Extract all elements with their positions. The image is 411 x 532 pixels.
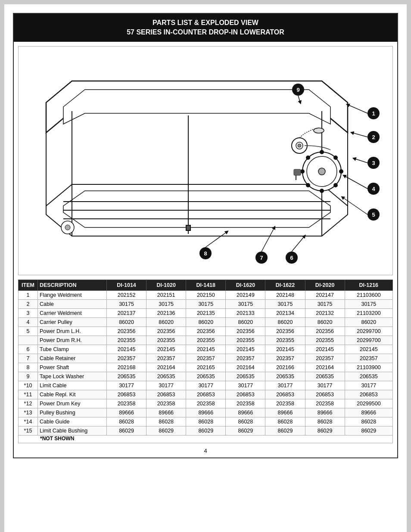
- part-number-cell: 206535: [265, 372, 305, 381]
- part-number-cell: 89666: [265, 408, 305, 417]
- part-number-cell: 21103900: [345, 363, 392, 372]
- col-header-di1014: DI-1014: [107, 280, 146, 290]
- part-number-cell: 206853: [226, 390, 265, 399]
- part-number-cell: 202137: [107, 308, 146, 317]
- table-row: 1Flange Weldment202152202151202150202149…: [19, 290, 393, 299]
- svg-text:1: 1: [372, 110, 375, 117]
- part-number-cell: 202133: [226, 308, 265, 317]
- svg-text:2: 2: [372, 134, 375, 140]
- part-number-cell: 30177: [265, 381, 305, 390]
- part-number-cell: 202149: [226, 290, 265, 299]
- part-number-cell: 202358: [107, 399, 146, 408]
- part-number-cell: 21103600: [345, 290, 392, 299]
- part-number-cell: 206853: [305, 390, 345, 399]
- svg-line-47: [354, 159, 367, 163]
- part-number-cell: 202151: [146, 290, 186, 299]
- part-number-cell: 202358: [226, 399, 265, 408]
- part-number-cell: 202145: [186, 345, 226, 354]
- part-number-cell: 202357: [186, 354, 226, 363]
- part-number-cell: 202134: [265, 308, 305, 317]
- svg-rect-16: [186, 225, 190, 230]
- part-number-cell: 30177: [186, 381, 226, 390]
- title-line2: 57 SERIES IN-COUNTER DROP-IN LOWERATOR: [14, 28, 397, 37]
- table-row: *11Cable Repl. Kit2068532068532068532068…: [19, 390, 393, 399]
- desc-col: Power Drum R.H.: [38, 336, 107, 345]
- col-header-di1020: DI-1020: [146, 280, 186, 290]
- part-number-cell: 202356: [146, 327, 186, 336]
- item-col: *15: [19, 426, 38, 435]
- item-col: 2: [19, 299, 38, 308]
- col-header-desc: DESCRIPTION: [38, 280, 107, 290]
- callout-1: 1: [348, 105, 380, 119]
- part-number-cell: 202355: [305, 336, 345, 345]
- part-number-cell: 202357: [226, 354, 265, 363]
- svg-text:7: 7: [260, 255, 263, 261]
- part-number-cell: 202136: [146, 308, 186, 317]
- part-number-cell: 202168: [107, 363, 146, 372]
- part-number-cell: 202356: [226, 327, 265, 336]
- part-number-cell: 21103200: [345, 308, 392, 317]
- part-number-cell: 89666: [186, 408, 226, 417]
- item-col: *10: [19, 381, 38, 390]
- desc-col: Cable: [38, 299, 107, 308]
- part-number-cell: 202356: [186, 327, 226, 336]
- item-col: 6: [19, 345, 38, 354]
- desc-col: Limit Cable Bushing: [38, 426, 107, 435]
- item-col: *13: [19, 408, 38, 417]
- part-number-cell: 206853: [345, 390, 392, 399]
- item-col: 1: [19, 290, 38, 299]
- desc-col: Cable Guide: [38, 417, 107, 426]
- item-col: *14: [19, 417, 38, 426]
- desc-col: Flange Weldment: [38, 290, 107, 299]
- part-number-cell: 202135: [186, 308, 226, 317]
- table-row: *10Limit Cable30177301773017730177301773…: [19, 381, 393, 390]
- part-number-cell: 206853: [186, 390, 226, 399]
- part-number-cell: 202355: [146, 336, 186, 345]
- part-number-cell: 86028: [186, 417, 226, 426]
- part-number-cell: 202145: [107, 345, 146, 354]
- part-number-cell: 202355: [107, 336, 146, 345]
- part-number-cell: 202145: [146, 345, 186, 354]
- part-number-cell: 86020: [226, 317, 265, 327]
- exploded-diagram: 1 2 3 4: [19, 47, 392, 275]
- svg-text:8: 8: [204, 250, 207, 257]
- table-row: 9Tape Lock Washer20653520653520653520653…: [19, 372, 393, 381]
- part-number-cell: 202132: [305, 308, 345, 317]
- part-number-cell: 202164: [305, 363, 345, 372]
- desc-col: Power Drum L.H.: [38, 327, 107, 336]
- part-number-cell: 30175: [186, 299, 226, 308]
- part-number-cell: 206535: [146, 372, 186, 381]
- part-number-cell: 202357: [107, 354, 146, 363]
- desc-col: Carrier Weldment: [38, 308, 107, 317]
- svg-text:9: 9: [296, 87, 299, 93]
- col-header-di1620: DI-1620: [226, 280, 265, 290]
- part-number-cell: 86028: [107, 417, 146, 426]
- part-number-cell: 86020: [265, 317, 305, 327]
- col-header-di1622: DI-1622: [265, 280, 305, 290]
- desc-col: Cable Repl. Kit: [38, 390, 107, 399]
- part-number-cell: 86029: [107, 426, 146, 435]
- desc-col: Power Shaft: [38, 363, 107, 372]
- svg-point-27: [334, 156, 337, 159]
- part-number-cell: 202166: [265, 363, 305, 372]
- part-number-cell: 89666: [345, 408, 392, 417]
- svg-point-26: [301, 170, 304, 173]
- page: PARTS LIST & EXPLODED VIEW 57 SERIES IN-…: [4, 4, 407, 532]
- table-row: 6Tube Clamp20214520214520214520214520214…: [19, 345, 393, 354]
- part-number-cell: 30177: [226, 381, 265, 390]
- table-row: 5Power Drum L.H.202356202356202356202356…: [19, 327, 393, 336]
- svg-text:4: 4: [372, 186, 375, 192]
- svg-line-41: [348, 105, 367, 113]
- table-row: *14Cable Guide86028860288602886028860288…: [19, 417, 393, 426]
- part-number-cell: 30175: [107, 299, 146, 308]
- part-number-cell: 202357: [305, 354, 345, 363]
- svg-line-65: [292, 236, 305, 252]
- desc-col: Pulley Bushing: [38, 408, 107, 417]
- table-row: *15Limit Cable Bushing860298602986029860…: [19, 426, 393, 435]
- part-number-cell: 202355: [186, 336, 226, 345]
- part-number-cell: 20299700: [345, 327, 392, 336]
- title-line1: PARTS LIST & EXPLODED VIEW: [14, 18, 397, 28]
- item-col: 3: [19, 308, 38, 317]
- part-number-cell: 30175: [265, 299, 305, 308]
- part-number-cell: 30175: [146, 299, 186, 308]
